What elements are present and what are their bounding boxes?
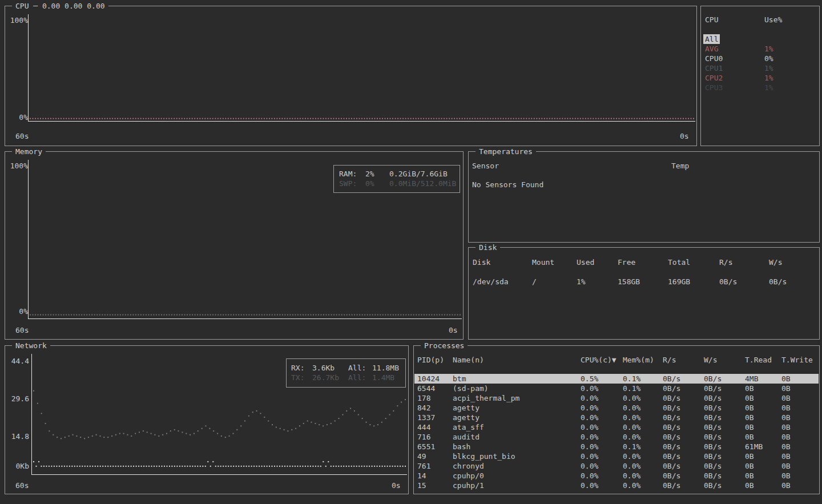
process-cell-total-read: 0B xyxy=(745,413,781,422)
cpu-legend-entry-use xyxy=(764,34,819,44)
network-panel[interactable]: Network 44.4 29.6 14.8 0Kb RX: 3.6Kb All… xyxy=(5,345,409,494)
process-cell-name: agetty xyxy=(453,413,581,422)
process-row[interactable]: 716auditd0.0%0.0%0B/s0B/s0B0B xyxy=(414,432,819,442)
memory-legend-ram-row: RAM: 2% 0.2GiB/7.6GiB xyxy=(334,169,460,179)
process-cell-pid: 6551 xyxy=(417,442,453,451)
cpu-legend-row-cpu0[interactable]: CPU00% xyxy=(702,54,819,63)
disk-column-total: Total xyxy=(668,257,719,267)
cpu-legend-row-avg[interactable]: AVG1% xyxy=(702,44,819,54)
cpu-legend-entry-use: 1% xyxy=(764,83,819,92)
process-cell-write-rate: 0B/s xyxy=(704,451,745,461)
process-cell-read-rate: 0B/s xyxy=(663,461,704,471)
cpu-usage-graph xyxy=(29,14,695,121)
process-row[interactable]: 444ata_sff0.0%0.0%0B/s0B/s0B0B xyxy=(414,422,819,432)
process-column-read-rate[interactable]: R/s xyxy=(663,355,704,365)
cpu-legend-entry-name: CPU3 xyxy=(705,83,764,92)
process-rows: 10424btm0.5%0.1%0B/s0B/s4MB0B6544(sd-pam… xyxy=(414,374,819,490)
process-cell-total-write: 0B xyxy=(781,451,819,461)
memory-panel[interactable]: Memory 100% 0% RAM: 2% 0.2GiB/7.6GiB SWP… xyxy=(5,151,464,340)
process-cell-cpu-percent: 0.0% xyxy=(581,461,623,471)
process-cell-total-read: 4MB xyxy=(745,374,781,384)
process-column-name[interactable]: Name(n) xyxy=(453,355,581,365)
process-row[interactable]: 49blkcg_punt_bio0.0%0.0%0B/s0B/s0B0B xyxy=(414,451,819,461)
network-panel-title: Network xyxy=(12,341,50,350)
process-column-total-read[interactable]: T.Read xyxy=(745,355,781,365)
cpu-legend-header-name: CPU xyxy=(705,15,764,25)
swap-percent: 0% xyxy=(365,179,389,188)
process-cell-total-read: 0B xyxy=(745,461,781,471)
process-column-pid[interactable]: PID(p) xyxy=(417,355,453,365)
process-cell-pid: 14 xyxy=(417,471,453,481)
network-y-label-4: 0Kb xyxy=(6,461,29,471)
cpu-legend-row-cpu3[interactable]: CPU31% xyxy=(702,83,819,92)
disk-column-mount: Mount xyxy=(532,257,577,267)
process-cell-total-write: 0B xyxy=(781,422,819,432)
process-cell-name: ata_sff xyxy=(453,422,581,432)
memory-panel-title: Memory xyxy=(12,147,46,156)
memory-y-max-label: 100% xyxy=(5,161,28,171)
process-cell-mem-percent: 0.0% xyxy=(623,471,663,481)
process-row[interactable]: 6544(sd-pam)0.0%0.1%0B/s0B/s0B0B xyxy=(414,384,819,393)
process-cell-write-rate: 0B/s xyxy=(704,374,745,384)
network-x-right-label: 0s xyxy=(392,481,401,490)
disk-row[interactable]: /dev/sda/1%158GB169GB0B/s0B/s xyxy=(469,277,819,287)
process-row[interactable]: 178acpi_thermal_pm0.0%0.0%0B/s0B/s0B0B xyxy=(414,393,819,403)
process-row[interactable]: 6551bash0.0%0.1%0B/s0B/s61MB0B xyxy=(414,442,819,451)
process-cell-write-rate: 0B/s xyxy=(704,413,745,422)
network-y-label-3: 14.8 xyxy=(6,432,29,441)
memory-x-left-label: 60s xyxy=(15,325,29,335)
memory-legend: RAM: 2% 0.2GiB/7.6GiB SWP: 0% 0.0MiB/512… xyxy=(333,165,460,193)
disk-cell-disk: /dev/sda xyxy=(473,277,532,287)
cpu-legend-row-cpu1[interactable]: CPU11% xyxy=(702,63,819,73)
process-cell-total-read: 0B xyxy=(745,422,781,432)
process-column-total-write[interactable]: T.Write xyxy=(781,355,819,365)
process-cell-pid: 1337 xyxy=(417,413,453,422)
network-legend-tx-row: TX: 26.7Kb All: 1.4MB xyxy=(287,373,405,382)
process-cell-read-rate: 0B/s xyxy=(663,471,704,481)
temperatures-panel[interactable]: Temperatures Sensor Temp No Sensors Foun… xyxy=(468,151,820,243)
rx-all-label: All: xyxy=(348,363,372,373)
process-cell-mem-percent: 0.0% xyxy=(623,481,663,490)
ram-value: 0.2GiB/7.6GiB xyxy=(389,169,460,179)
process-cell-cpu-percent: 0.0% xyxy=(581,422,623,432)
process-cell-read-rate: 0B/s xyxy=(663,403,704,413)
process-row[interactable]: 14cpuhp/00.0%0.0%0B/s0B/s0B0B xyxy=(414,471,819,481)
process-column-cpu-percent[interactable]: CPU%(c)▼ xyxy=(581,355,623,365)
process-column-mem-percent[interactable]: Mem%(m) xyxy=(623,355,663,365)
process-header-row: PID(p)Name(n)CPU%(c)▼Mem%(m)R/sW/sT.Read… xyxy=(414,355,819,365)
processes-panel[interactable]: Processes PID(p)Name(n)CPU%(c)▼Mem%(m)R/… xyxy=(413,345,820,494)
process-cell-cpu-percent: 0.0% xyxy=(581,393,623,403)
process-row[interactable]: 761chronyd0.0%0.0%0B/s0B/s0B0B xyxy=(414,461,819,471)
process-row[interactable]: 15cpuhp/10.0%0.0%0B/s0B/s0B0B xyxy=(414,481,819,490)
process-cell-mem-percent: 0.1% xyxy=(623,374,663,384)
process-cell-cpu-percent: 0.0% xyxy=(581,432,623,442)
process-column-write-rate[interactable]: W/s xyxy=(704,355,745,365)
process-row[interactable]: 10424btm0.5%0.1%0B/s0B/s4MB0B xyxy=(414,374,819,384)
cpu-legend-row-cpu2[interactable]: CPU21% xyxy=(702,73,819,83)
process-cell-total-write: 0B xyxy=(781,374,819,384)
cpu-legend-row-all[interactable]: All xyxy=(702,34,819,44)
memory-legend-swap-row: SWP: 0% 0.0MiB/512.0MiB xyxy=(334,179,460,188)
process-cell-mem-percent: 0.0% xyxy=(623,422,663,432)
cpu-graph xyxy=(28,14,695,122)
temperatures-header-temp: Temp xyxy=(671,161,689,171)
disk-cell-used: 1% xyxy=(577,277,618,287)
memory-x-right-label: 0s xyxy=(449,325,458,335)
tx-label: TX: xyxy=(291,373,312,382)
process-row[interactable]: 842agetty0.0%0.0%0B/s0B/s0B0B xyxy=(414,403,819,413)
process-cell-mem-percent: 0.0% xyxy=(623,403,663,413)
process-cell-mem-percent: 0.0% xyxy=(623,413,663,422)
cpu-panel[interactable]: CPU ─ 0.00 0.00 0.00 100% 0% 60s 0s xyxy=(5,6,697,146)
cpu-legend-panel[interactable]: CPU Use% AllAVG1%CPU00%CPU11%CPU21%CPU31… xyxy=(700,6,820,146)
process-cell-name: agetty xyxy=(453,403,581,413)
tx-value: 26.7Kb xyxy=(312,373,348,382)
cpu-legend-entry-name: CPU1 xyxy=(705,63,764,73)
process-row[interactable]: 1337agetty0.0%0.0%0B/s0B/s0B0B xyxy=(414,413,819,422)
cpu-legend-header: CPU Use% xyxy=(702,15,819,25)
disk-panel[interactable]: Disk DiskMountUsedFreeTotalR/sW/s /dev/s… xyxy=(468,247,820,340)
process-cell-write-rate: 0B/s xyxy=(704,384,745,393)
disk-column-read-rate: R/s xyxy=(719,257,769,267)
process-cell-pid: 444 xyxy=(417,422,453,432)
process-cell-mem-percent: 0.0% xyxy=(623,432,663,442)
rx-label: RX: xyxy=(291,363,312,373)
